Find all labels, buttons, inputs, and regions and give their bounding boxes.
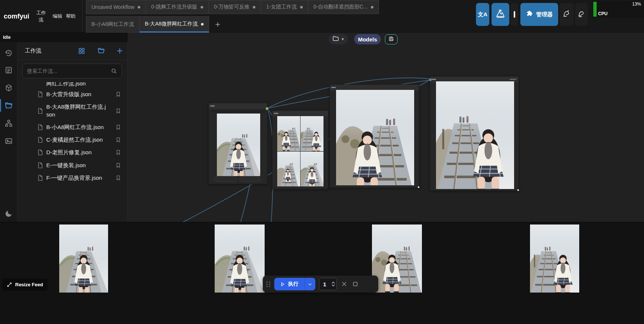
node-title xyxy=(274,113,278,114)
feed-thumbnail[interactable] xyxy=(59,225,108,293)
workflow-tab-r1-1[interactable]: Unsaved Workflow xyxy=(86,0,146,14)
feed-thumbnail[interactable] xyxy=(372,225,422,293)
preview-node-3[interactable] xyxy=(329,84,419,188)
drag-handle-icon[interactable] xyxy=(266,281,271,287)
menu-item-1[interactable]: 工作流 xyxy=(36,0,46,33)
stepper-down-icon[interactable] xyxy=(332,284,335,287)
stop-button[interactable] xyxy=(352,280,359,288)
file-icon xyxy=(37,174,44,181)
save-workflow-button[interactable] xyxy=(385,34,398,44)
workflow-file-item[interactable]: F-一键产品换背景.json xyxy=(17,172,127,184)
node-widget[interactable] xyxy=(239,176,261,182)
resize-handle[interactable] xyxy=(517,189,519,191)
workflow-tabs-row-1: Unsaved Workflow0-跳舞工作流升级版0-万物皆可反推1-女团工作… xyxy=(86,0,379,14)
resize-handle[interactable] xyxy=(418,186,419,188)
workflow-tab-r2-2[interactable]: B-大A8微胖网红工作流 xyxy=(140,16,209,33)
workflow-tab-r1-4[interactable]: 1-女团工作流 xyxy=(261,0,308,14)
bookmark-icon[interactable] xyxy=(115,137,121,143)
puzzle-icon xyxy=(526,10,533,19)
file-icon xyxy=(37,107,44,114)
batch-count-steppers[interactable] xyxy=(332,281,335,287)
node-widget[interactable] xyxy=(214,176,237,182)
node-library-icon[interactable] xyxy=(4,119,13,128)
stepper-up-icon[interactable] xyxy=(332,281,335,284)
batch-count-input[interactable]: 1 xyxy=(319,278,337,290)
collapse-panel-button[interactable] xyxy=(511,3,518,26)
node-header[interactable] xyxy=(272,111,328,117)
workflow-file-item[interactable]: D-老照片修复.json xyxy=(17,146,127,159)
run-button[interactable]: 执行 xyxy=(274,278,304,290)
queue-icon[interactable] xyxy=(4,66,13,74)
unsaved-dot-icon xyxy=(201,23,204,26)
unload-models-icon xyxy=(562,9,571,20)
cpu-label: CPU xyxy=(598,11,607,16)
preview-node-2[interactable] xyxy=(272,110,329,189)
history-icon[interactable] xyxy=(4,49,13,57)
grid-view-icon[interactable] xyxy=(78,47,85,55)
status-text: Idle xyxy=(3,35,11,40)
file-name: E-一键换装.json xyxy=(46,162,108,169)
preview-node-4[interactable] xyxy=(430,76,519,191)
workflow-tab-r1-5[interactable]: 0-自动翻译遮挡面部C... xyxy=(308,0,379,14)
workflow-tab-r1-2[interactable]: 0-跳舞工作流升级版 xyxy=(146,0,208,14)
preview-node-1[interactable] xyxy=(208,103,268,184)
workflow-file-item[interactable]: C-麦橘超然工作流.json xyxy=(17,134,127,146)
workflow-search-box[interactable] xyxy=(22,64,122,78)
resize-feed-button[interactable]: Resize Feed xyxy=(2,279,47,291)
batch-count-value: 1 xyxy=(323,281,332,287)
workflow-tab-r1-3[interactable]: 0-万物皆可反推 xyxy=(209,0,261,14)
workflow-folder-dropdown-button[interactable]: ▼ xyxy=(329,34,348,44)
unsaved-dot-icon xyxy=(300,6,303,9)
comfyui-window: comfyui 工作流编辑帮助 Unsaved Workflow0-跳舞工作流升… xyxy=(0,0,644,324)
gallery-icon[interactable] xyxy=(4,137,13,145)
models-button[interactable]: Models xyxy=(354,34,381,44)
workflow-file-list: 网红工作流.jsonB-大雷升级版.jsonB-大A8微胖网红工作流.jsonB… xyxy=(17,82,127,222)
tab-label: 0-自动翻译遮挡面部C... xyxy=(313,4,368,10)
clear-queue-button[interactable] xyxy=(341,280,348,288)
run-options-button[interactable] xyxy=(304,278,315,290)
workflows-panel: 工作流 xyxy=(17,42,128,222)
workflow-tab-r2-1[interactable]: B-小A8网红工作流 xyxy=(86,16,140,33)
translate-button[interactable]: 文A xyxy=(476,3,489,26)
save-floppy-icon xyxy=(388,36,394,43)
file-name: 网红工作流.json xyxy=(46,82,108,87)
search-input[interactable] xyxy=(23,68,111,74)
workflows-folder-icon[interactable] xyxy=(4,101,13,110)
bookmark-icon[interactable] xyxy=(115,124,121,130)
menu-item-3[interactable]: 帮助 xyxy=(66,0,76,33)
output-connector[interactable] xyxy=(266,107,268,110)
theme-moon-icon[interactable] xyxy=(4,209,13,218)
bookmark-icon[interactable] xyxy=(115,162,121,168)
app-logo: comfyui xyxy=(4,0,29,33)
tab-label: 0-跳舞工作流升级版 xyxy=(151,4,197,10)
file-icon xyxy=(37,124,44,131)
workflow-file-item[interactable]: E-一键换装.json xyxy=(17,159,127,172)
feed-thumbnail[interactable] xyxy=(530,225,579,293)
run-label: 执行 xyxy=(288,281,298,287)
graph-canvas[interactable]: ▼ Models xyxy=(128,33,644,222)
panel-title: 工作流 xyxy=(25,47,41,54)
manager-button[interactable]: 管理器 xyxy=(520,3,558,26)
unsaved-dot-icon xyxy=(371,6,373,9)
unload-models-button[interactable] xyxy=(560,3,574,26)
bookmark-icon[interactable] xyxy=(115,175,121,181)
workflow-tabs-row-2: B-小A8网红工作流B-大A8微胖网红工作流+ xyxy=(86,16,226,33)
bookmark-icon[interactable] xyxy=(115,108,121,114)
node-header[interactable] xyxy=(209,103,267,109)
node-widget[interactable] xyxy=(211,110,265,113)
workflow-file-item[interactable]: B-小A8网红工作流.json xyxy=(17,121,127,134)
new-workflow-icon[interactable] xyxy=(116,47,124,55)
browse-folder-icon[interactable] xyxy=(97,47,105,55)
new-tab-button[interactable]: + xyxy=(209,16,226,33)
workflow-file-item[interactable]: B-大雷升级版.json xyxy=(17,88,127,101)
menu-item-2[interactable]: 编辑 xyxy=(53,0,62,33)
free-memory-button[interactable] xyxy=(575,3,588,26)
workspace-logo-button[interactable] xyxy=(492,3,509,26)
model-library-icon[interactable] xyxy=(4,84,13,92)
bookmark-icon[interactable] xyxy=(115,91,121,98)
input-connector[interactable] xyxy=(429,78,432,81)
feed-thumbnail[interactable] xyxy=(215,225,265,293)
workflow-file-item[interactable]: B-大A8微胖网红工作流.json xyxy=(17,101,127,121)
bookmark-icon[interactable] xyxy=(115,149,121,156)
workflow-file-item-clipped[interactable]: 网红工作流.json xyxy=(17,82,127,88)
